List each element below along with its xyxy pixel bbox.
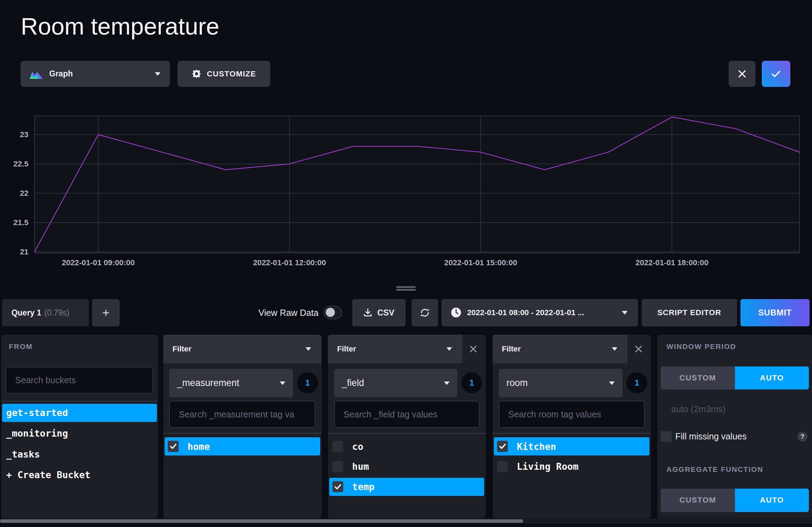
- save-button[interactable]: [762, 61, 790, 87]
- resize-handle[interactable]: [396, 286, 416, 288]
- filter-type-dropdown[interactable]: Filter: [493, 335, 628, 363]
- tag-value-row-selected[interactable]: home: [165, 437, 320, 455]
- create-bucket-button[interactable]: + Create Bucket: [2, 466, 157, 484]
- divider: [163, 433, 322, 434]
- line-chart[interactable]: 2121.52222.5232022-01-01 09:00:002022-01…: [0, 96, 812, 288]
- chevron-down-icon: [155, 72, 160, 76]
- aggregate-function-label: AGGREGATE FUNCTION: [667, 465, 763, 474]
- selected-count-badge: 1: [297, 372, 318, 393]
- y-tick-label: 21.5: [13, 218, 28, 227]
- bucket-item[interactable]: _tasks: [2, 445, 157, 463]
- script-editor-label: SCRIPT EDITOR: [657, 308, 721, 317]
- tag-key-label: room: [506, 378, 528, 388]
- from-panel-label: FROM: [9, 342, 32, 351]
- from-panel: FROM get-started _monitoring _tasks + Cr…: [1, 335, 158, 518]
- close-icon: [469, 345, 478, 353]
- checkbox-unchecked[interactable]: [332, 441, 343, 452]
- submit-label: SUBMIT: [758, 308, 792, 318]
- time-range-dropdown[interactable]: 2022-01-01 08:00 - 2022-01-01 ...: [442, 299, 638, 327]
- data-explorer-page: Room temperature Graph CUSTOMIZE 2121.52…: [0, 0, 812, 527]
- tag-value-label: Kitchen: [517, 441, 556, 452]
- remove-filter-button[interactable]: [628, 335, 649, 363]
- divider: [493, 433, 651, 434]
- tag-key-dropdown[interactable]: _measurement: [169, 369, 293, 398]
- tag-key-label: _field: [342, 378, 364, 388]
- view-raw-data-toggle[interactable]: [324, 306, 342, 319]
- aggregate-custom-button[interactable]: CUSTOM: [661, 489, 735, 512]
- checkbox-unchecked[interactable]: [497, 461, 508, 472]
- tag-value-label: co: [352, 441, 363, 452]
- tag-value-label: temp: [352, 481, 375, 492]
- chevron-down-icon: [280, 381, 285, 385]
- page-title: Room temperature: [21, 13, 219, 40]
- chevron-down-icon: [609, 381, 615, 385]
- help-icon[interactable]: ?: [797, 432, 807, 441]
- customize-button[interactable]: CUSTOMIZE: [178, 61, 270, 87]
- script-editor-button[interactable]: SCRIPT EDITOR: [642, 299, 737, 327]
- tag-key-dropdown[interactable]: _field: [334, 369, 457, 398]
- y-tick-label: 21: [20, 247, 29, 256]
- chevron-down-icon: [612, 347, 617, 351]
- toggle-knob: [326, 308, 334, 317]
- query-tab[interactable]: Query 1 (0.79s): [2, 299, 89, 327]
- customize-label: CUSTOMIZE: [207, 69, 256, 79]
- y-tick-label: 22.5: [13, 159, 28, 168]
- csv-label: CSV: [377, 308, 394, 318]
- checkbox-checked[interactable]: [168, 441, 179, 452]
- fill-missing-values-label: Fill missing values: [675, 431, 747, 442]
- refresh-button[interactable]: [412, 299, 438, 327]
- horizontal-scrollbar-thumb[interactable]: [0, 519, 523, 523]
- download-icon: [363, 308, 372, 317]
- bucket-item-selected[interactable]: get-started: [2, 404, 157, 422]
- tag-value-search-input[interactable]: [499, 401, 645, 428]
- bucket-name: get-started: [6, 407, 68, 418]
- tag-value-row-selected[interactable]: Kitchen: [494, 437, 649, 455]
- add-query-button[interactable]: +: [92, 299, 120, 327]
- checkbox-unchecked[interactable]: [332, 461, 343, 472]
- selected-count-badge: 1: [461, 372, 482, 393]
- divider: [1, 401, 158, 402]
- bucket-item[interactable]: _monitoring: [2, 424, 157, 443]
- create-bucket-label: + Create Bucket: [6, 469, 90, 480]
- tag-key-dropdown[interactable]: room: [499, 369, 623, 398]
- view-type-dropdown[interactable]: Graph: [21, 61, 170, 87]
- filter-label: Filter: [502, 344, 521, 354]
- tag-value-label: Living Room: [517, 461, 579, 472]
- chevron-down-icon: [622, 311, 627, 314]
- view-type-label: Graph: [49, 69, 73, 79]
- x-tick-label: 2022-01-01 12:00:00: [253, 259, 326, 267]
- query-tab-label: Query 1: [12, 308, 42, 318]
- chevron-down-icon: [446, 347, 452, 351]
- filter-type-dropdown[interactable]: Filter: [328, 335, 463, 363]
- aggregate-function-segmented: CUSTOM AUTO: [661, 489, 809, 512]
- window-custom-button[interactable]: CUSTOM: [661, 366, 735, 390]
- tag-value-search-input[interactable]: [169, 401, 315, 428]
- tag-value-row[interactable]: hum: [329, 458, 484, 476]
- resize-handle[interactable]: [396, 289, 416, 291]
- check-icon: [771, 70, 781, 78]
- csv-button[interactable]: CSV: [352, 299, 406, 327]
- submit-button[interactable]: SUBMIT: [740, 299, 809, 327]
- aggregate-auto-button[interactable]: AUTO: [735, 489, 809, 512]
- checkbox-checked[interactable]: [497, 441, 508, 452]
- filter-panel-room: Filter room 1 Kitchen Living Room: [493, 335, 651, 518]
- tag-value-row[interactable]: Living Room: [494, 458, 649, 476]
- chevron-down-icon: [306, 347, 311, 351]
- bucket-search-input[interactable]: [6, 367, 153, 394]
- x-tick-label: 2022-01-01 15:00:00: [444, 259, 517, 267]
- filter-type-dropdown[interactable]: Filter: [163, 335, 322, 363]
- cancel-button[interactable]: [729, 61, 755, 87]
- filter-label: Filter: [172, 344, 191, 354]
- window-period-label: WINDOW PERIOD: [667, 342, 736, 351]
- x-tick-label: 2022-01-01 09:00:00: [62, 259, 135, 267]
- bucket-name: _tasks: [6, 449, 40, 460]
- tag-value-row-selected[interactable]: temp: [329, 478, 484, 496]
- remove-filter-button[interactable]: [463, 335, 483, 363]
- window-auto-button[interactable]: AUTO: [735, 366, 809, 390]
- window-period-segmented: CUSTOM AUTO: [661, 366, 809, 390]
- view-raw-data-label: View Raw Data: [249, 299, 318, 327]
- tag-value-row[interactable]: co: [329, 437, 484, 455]
- checkbox-checked[interactable]: [332, 481, 343, 492]
- tag-value-search-input[interactable]: [334, 401, 480, 428]
- checkbox-unchecked[interactable]: [661, 431, 671, 442]
